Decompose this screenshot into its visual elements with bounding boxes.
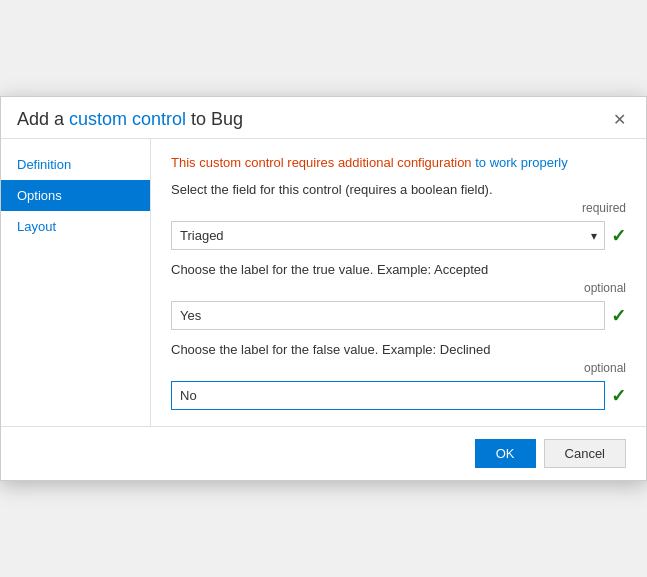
dialog: Add a custom control to Bug ✕ Definition…: [0, 96, 647, 481]
false-input-row: ✓: [171, 381, 626, 410]
info-orange: This custom control requires additional …: [171, 155, 472, 170]
true-label-text: Choose the label for the true value. Exa…: [171, 262, 626, 277]
true-optional-label: optional: [584, 281, 626, 295]
field-select-wrapper: Triaged ▾: [171, 221, 605, 250]
true-value-input[interactable]: [171, 301, 605, 330]
main-content: This custom control requires additional …: [151, 139, 646, 426]
title-suffix: to Bug: [186, 109, 243, 129]
info-blue: to work properly: [472, 155, 568, 170]
sidebar-item-definition[interactable]: Definition: [1, 149, 150, 180]
sidebar-item-options[interactable]: Options: [1, 180, 150, 211]
close-button[interactable]: ✕: [609, 110, 630, 130]
true-label-group: Choose the label for the true value. Exa…: [171, 262, 626, 330]
dialog-titlebar: Add a custom control to Bug ✕: [1, 97, 646, 138]
field-selector-group: Select the field for this control (requi…: [171, 182, 626, 250]
title-highlight: custom control: [69, 109, 186, 129]
cancel-button[interactable]: Cancel: [544, 439, 626, 468]
dialog-title: Add a custom control to Bug: [17, 109, 243, 130]
dialog-footer: OK Cancel: [1, 426, 646, 480]
true-input-row: ✓: [171, 301, 626, 330]
false-check-icon: ✓: [611, 385, 626, 407]
required-label-row: required: [171, 201, 626, 217]
field-select-row: Triaged ▾ ✓: [171, 221, 626, 250]
ok-button[interactable]: OK: [475, 439, 536, 468]
false-optional-row: optional: [171, 361, 626, 377]
false-value-input[interactable]: [171, 381, 605, 410]
required-label: required: [582, 201, 626, 215]
sidebar: Definition Options Layout: [1, 139, 151, 426]
false-label-group: Choose the label for the false value. Ex…: [171, 342, 626, 410]
dialog-body: Definition Options Layout This custom co…: [1, 138, 646, 426]
close-icon: ✕: [613, 111, 626, 128]
field-check-icon: ✓: [611, 225, 626, 247]
title-prefix: Add a: [17, 109, 69, 129]
false-label-text: Choose the label for the false value. Ex…: [171, 342, 626, 357]
field-select[interactable]: Triaged: [171, 221, 605, 250]
sidebar-item-layout[interactable]: Layout: [1, 211, 150, 242]
false-optional-label: optional: [584, 361, 626, 375]
true-check-icon: ✓: [611, 305, 626, 327]
info-text: This custom control requires additional …: [171, 155, 626, 170]
true-optional-row: optional: [171, 281, 626, 297]
field-select-label: Select the field for this control (requi…: [171, 182, 626, 197]
